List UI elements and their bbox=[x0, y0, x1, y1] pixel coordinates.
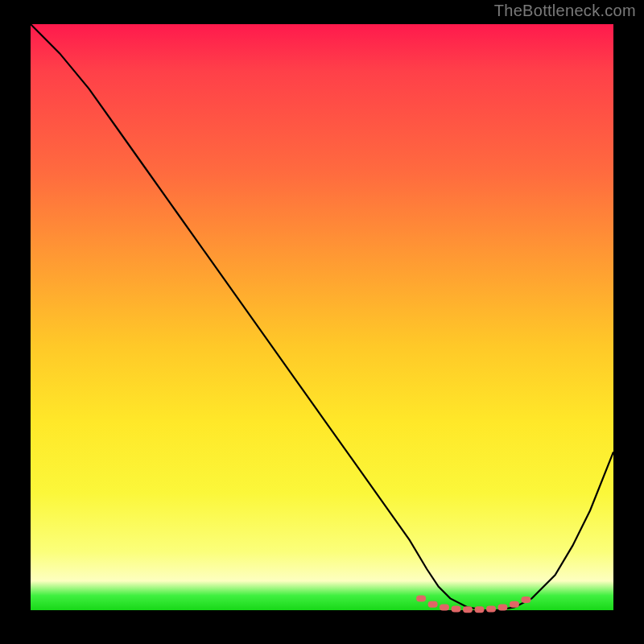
basin-marker bbox=[416, 595, 426, 601]
attribution-text: TheBottleneck.com bbox=[494, 2, 636, 20]
basin-marker bbox=[428, 601, 438, 608]
basin-marker bbox=[463, 606, 473, 613]
basin-marker bbox=[486, 606, 496, 613]
bottleneck-curve-path bbox=[31, 24, 613, 610]
bottleneck-curve-svg bbox=[31, 24, 613, 610]
basin-marker bbox=[497, 604, 507, 610]
optimal-range-markers bbox=[416, 595, 530, 613]
basin-marker bbox=[452, 606, 461, 613]
basin-marker bbox=[475, 606, 485, 613]
chart-plot-area bbox=[31, 24, 613, 610]
basin-marker bbox=[521, 597, 530, 603]
chart-frame: TheBottleneck.com bbox=[0, 0, 644, 644]
basin-marker bbox=[510, 601, 519, 608]
basin-marker bbox=[440, 604, 449, 610]
